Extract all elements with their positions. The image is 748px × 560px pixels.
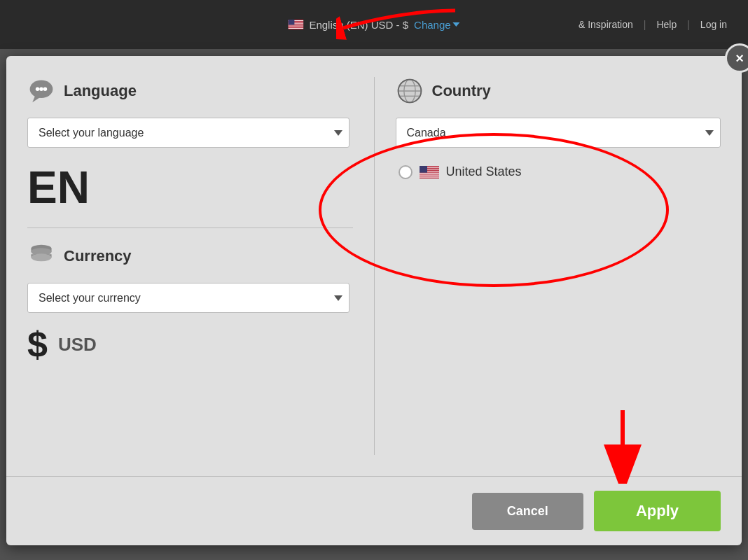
svg-rect-38 — [420, 172, 439, 173]
nav-separator-2: | — [687, 19, 690, 30]
us-radio-option[interactable]: United States — [396, 159, 721, 185]
language-icon — [27, 77, 55, 105]
country-select[interactable]: Canada United States United Kingdom Aust… — [396, 118, 721, 148]
svg-point-23 — [31, 253, 51, 261]
top-bar: English (EN) USD - $ Change & Inspiratio… — [0, 0, 748, 49]
language-dropdown-wrapper[interactable]: Select your language English (EN) French… — [27, 118, 349, 148]
current-locale: English (EN) USD - $ Change — [288, 19, 459, 31]
svg-rect-10 — [288, 27, 303, 28]
nav-separator-1: | — [644, 19, 646, 30]
svg-rect-8 — [288, 26, 303, 27]
currency-dropdown-wrapper[interactable]: Select your currency USD - $ CAD - $ EUR… — [27, 283, 349, 313]
language-section-header: Language — [27, 77, 353, 105]
country-section-header: Country — [396, 77, 721, 105]
svg-rect-39 — [420, 174, 439, 174]
us-radio-button[interactable] — [399, 165, 413, 179]
modal-footer: Cancel Apply — [6, 476, 742, 545]
left-panel: Language Select your language English (E… — [27, 77, 375, 455]
inspiration-link[interactable]: & Inspiration — [579, 19, 633, 30]
currency-display: $ USD — [27, 323, 353, 365]
change-label: Change — [414, 19, 451, 31]
change-triangle-icon — [453, 22, 460, 27]
us-radio-label: United States — [446, 164, 522, 179]
svg-point-18 — [43, 88, 47, 91]
svg-rect-7 — [288, 25, 303, 26]
svg-rect-43 — [420, 166, 427, 173]
svg-rect-41 — [420, 175, 439, 176]
currency-section-header: Currency — [27, 242, 353, 270]
svg-point-16 — [36, 88, 39, 91]
svg-point-17 — [39, 88, 43, 91]
modal-overlay: × Language — [0, 49, 748, 560]
header-flag-icon — [288, 20, 303, 29]
language-code-display: EN — [27, 162, 353, 214]
svg-point-30 — [399, 80, 420, 102]
currency-icon — [27, 242, 55, 270]
locale-text: English (EN) USD - $ — [309, 19, 408, 31]
us-flag-icon — [420, 166, 439, 178]
svg-rect-12 — [288, 20, 294, 25]
language-title: Language — [64, 82, 137, 100]
cancel-button[interactable]: Cancel — [472, 493, 583, 530]
svg-rect-9 — [288, 27, 303, 27]
apply-button[interactable]: Apply — [594, 491, 721, 531]
help-link[interactable]: Help — [656, 19, 677, 30]
change-link[interactable]: Change — [414, 19, 460, 31]
currency-symbol: $ — [27, 323, 48, 365]
country-dropdown-wrapper[interactable]: Canada United States United Kingdom Aust… — [396, 118, 721, 148]
settings-modal: × Language — [6, 56, 742, 545]
close-icon: × — [735, 51, 744, 65]
arrow-annotation-down — [595, 407, 651, 484]
currency-title: Currency — [64, 247, 132, 265]
country-globe-icon — [396, 77, 424, 105]
currency-select[interactable]: Select your currency USD - $ CAD - $ EUR… — [27, 283, 349, 313]
svg-rect-40 — [420, 174, 439, 175]
country-title: Country — [432, 82, 491, 100]
svg-rect-11 — [288, 28, 303, 29]
section-divider-1 — [27, 227, 353, 228]
top-nav: & Inspiration | Help | Log in — [579, 19, 727, 30]
login-link[interactable]: Log in — [700, 19, 727, 30]
language-select[interactable]: Select your language English (EN) French… — [27, 118, 349, 148]
svg-rect-42 — [420, 176, 439, 177]
right-panel: Country Canada United States United King… — [375, 77, 721, 455]
currency-code-display: USD — [58, 334, 97, 356]
